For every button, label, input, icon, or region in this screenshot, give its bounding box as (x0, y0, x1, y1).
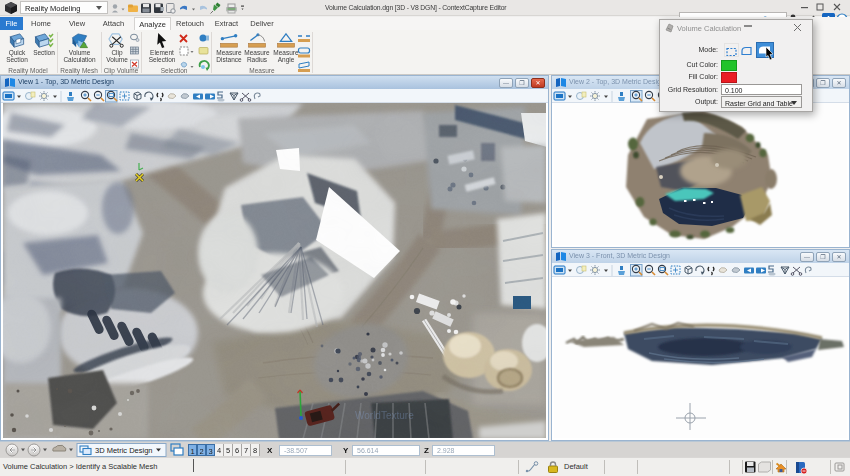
svg-text:3D Metric Design: 3D Metric Design (95, 446, 153, 455)
svg-text:WorldTexture: WorldTexture (355, 410, 414, 421)
